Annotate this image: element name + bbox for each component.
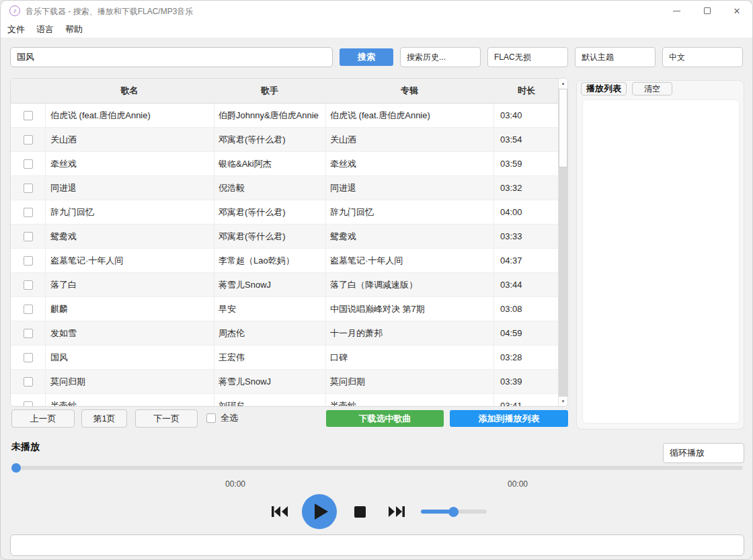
table-row[interactable]: 盗墓笔记·十年人间李常超（Lao乾妈）盗墓笔记·十年人间04:37 — [11, 249, 559, 273]
row-select-cell — [11, 225, 45, 248]
header-song-name: 歌名 — [45, 79, 214, 103]
table-row[interactable]: 国风王宏伟口碑03:28 — [11, 346, 559, 370]
row-checkbox[interactable] — [24, 111, 33, 120]
table-row[interactable]: 关山酒邓寓君(等什么君)关山酒03:54 — [11, 128, 559, 152]
select-all-control[interactable]: 全选 — [206, 412, 238, 424]
row-checkbox[interactable] — [24, 208, 33, 217]
current-page-button[interactable]: 第1页 — [81, 409, 127, 428]
artist-cell: 王宏伟 — [214, 346, 325, 369]
search-button[interactable]: 搜索 — [340, 48, 393, 66]
player-status-label: 未播放 — [11, 441, 40, 453]
table-row[interactable]: 辞九门回忆邓寓君(等什么君)辞九门回忆04:00 — [11, 200, 559, 225]
album-cell: 十一月的萧邦 — [325, 321, 493, 345]
song-name-cell: 鸳鸯戏 — [45, 225, 214, 248]
table-row[interactable]: 莫问归期蒋雪儿SnowJ莫问归期03:39 — [11, 370, 559, 394]
song-name-cell: 麒麟 — [45, 297, 214, 321]
close-icon: ✕ — [734, 6, 741, 16]
album-cell: 中国说唱巅峰对决 第7期 — [325, 297, 493, 321]
row-select-cell — [11, 297, 45, 321]
song-name-cell: 莫问归期 — [45, 370, 214, 393]
table-row[interactable]: 半壶纱刘珂矣半壶纱03:41 — [11, 394, 559, 407]
row-checkbox[interactable] — [24, 232, 33, 241]
album-cell: 伯虎说 (feat.唐伯虎Annie) — [325, 104, 493, 127]
table-row[interactable]: 同进退倪浩毅同进退03:32 — [11, 176, 559, 200]
download-selected-button[interactable]: 下载选中歌曲 — [326, 410, 444, 427]
seek-slider-track[interactable] — [11, 466, 743, 470]
album-cell: 半壶纱 — [325, 394, 493, 407]
scrollbar-groove[interactable] — [559, 167, 567, 397]
close-button[interactable]: ✕ — [723, 1, 751, 21]
minimize-icon — [673, 11, 680, 11]
audio-format-dropdown[interactable]: FLAC无损 — [487, 47, 568, 67]
menu-language[interactable]: 语言 — [36, 24, 54, 36]
song-name-cell: 伯虎说 (feat.唐伯虎Annie) — [45, 104, 214, 127]
row-checkbox[interactable] — [24, 353, 33, 362]
playlist-clear-button[interactable]: 清空 — [632, 82, 672, 95]
row-checkbox[interactable] — [24, 135, 33, 145]
table-row[interactable]: 伯虎说 (feat.唐伯虎Annie)伯爵Johnny&唐伯虎Annie伯虎说 … — [11, 104, 559, 128]
song-name-cell: 落了白 — [45, 273, 214, 296]
table-row[interactable]: 牵丝戏银临&Aki阿杰牵丝戏03:59 — [11, 152, 559, 176]
app-window: ♪ 音乐下载器 - 搜索、播放和下载FLAC/MP3音乐 ✕ 文件 语言 帮助 … — [0, 0, 753, 560]
maximize-button[interactable] — [693, 1, 721, 21]
minimize-button[interactable] — [662, 1, 690, 21]
search-history-dropdown[interactable]: 搜索历史... — [400, 47, 481, 67]
duration-cell: 04:59 — [493, 321, 559, 345]
previous-track-button[interactable] — [272, 506, 288, 517]
duration-cell: 03:44 — [493, 273, 559, 296]
row-checkbox[interactable] — [24, 159, 33, 169]
row-select-cell — [11, 200, 45, 224]
stop-button[interactable] — [354, 506, 366, 518]
song-name-cell: 盗墓笔记·十年人间 — [45, 249, 214, 272]
row-select-cell — [11, 249, 45, 272]
table-scrollbar[interactable]: ▲ ▼ — [558, 79, 567, 406]
row-checkbox[interactable] — [24, 184, 33, 193]
album-cell: 盗墓笔记·十年人间 — [325, 249, 493, 272]
song-name-cell: 牵丝戏 — [45, 152, 214, 175]
play-mode-dropdown[interactable]: 循环播放 — [663, 443, 744, 463]
theme-dropdown[interactable]: 默认主题 — [575, 47, 656, 67]
row-checkbox[interactable] — [24, 329, 33, 338]
song-name-cell: 同进退 — [45, 176, 214, 200]
row-checkbox[interactable] — [24, 377, 33, 387]
table-row[interactable]: 发如雪周杰伦十一月的萧邦04:59 — [11, 321, 559, 346]
duration-cell: 03:39 — [493, 370, 559, 393]
album-cell: 鸳鸯戏 — [325, 225, 493, 248]
select-all-checkbox[interactable] — [206, 413, 216, 423]
song-name-cell: 发如雪 — [45, 321, 214, 345]
duration-cell: 04:00 — [493, 200, 559, 224]
scroll-down-icon[interactable]: ▼ — [559, 397, 567, 406]
search-input[interactable] — [10, 47, 333, 67]
row-checkbox[interactable] — [24, 305, 33, 314]
table-row[interactable]: 落了白蒋雪儿SnowJ落了白（降调减速版）03:44 — [11, 273, 559, 297]
scrollbar-thumb[interactable] — [559, 89, 567, 167]
next-page-button[interactable]: 下一页 — [135, 409, 198, 428]
menu-file[interactable]: 文件 — [7, 24, 25, 36]
menu-help[interactable]: 帮助 — [65, 24, 83, 36]
artist-cell: 周杰伦 — [214, 321, 325, 345]
scroll-up-icon[interactable]: ▲ — [559, 79, 567, 88]
menu-bar: 文件 语言 帮助 — [1, 21, 752, 38]
volume-slider-handle[interactable] — [448, 507, 459, 517]
song-name-cell: 关山酒 — [45, 128, 214, 151]
playlist-list[interactable] — [582, 99, 740, 424]
table-row[interactable]: 麒麟早安中国说唱巅峰对决 第7期03:08 — [11, 297, 559, 321]
row-checkbox[interactable] — [24, 280, 33, 290]
window-title: 音乐下载器 - 搜索、播放和下载FLAC/MP3音乐 — [26, 6, 193, 17]
elapsed-time: 00:00 — [215, 479, 255, 489]
row-select-cell — [11, 370, 45, 393]
next-track-button[interactable] — [389, 506, 405, 517]
table-row[interactable]: 鸳鸯戏邓寓君(等什么君)鸳鸯戏03:33 — [11, 225, 559, 249]
table-header: 歌名 歌手 专辑 时长 — [11, 79, 567, 104]
seek-slider-handle[interactable] — [11, 463, 21, 473]
language-dropdown[interactable]: 中文 — [662, 47, 743, 67]
album-cell: 辞九门回忆 — [325, 200, 493, 224]
artist-cell: 早安 — [214, 297, 325, 321]
row-checkbox[interactable] — [24, 401, 33, 407]
album-cell: 口碑 — [325, 346, 493, 369]
row-checkbox[interactable] — [24, 256, 33, 266]
prev-page-button[interactable]: 上一页 — [11, 409, 75, 428]
play-button[interactable] — [302, 494, 337, 529]
add-to-playlist-button[interactable]: 添加到播放列表 — [450, 410, 568, 427]
playlist-panel: 播放列表 清空 — [576, 80, 744, 430]
